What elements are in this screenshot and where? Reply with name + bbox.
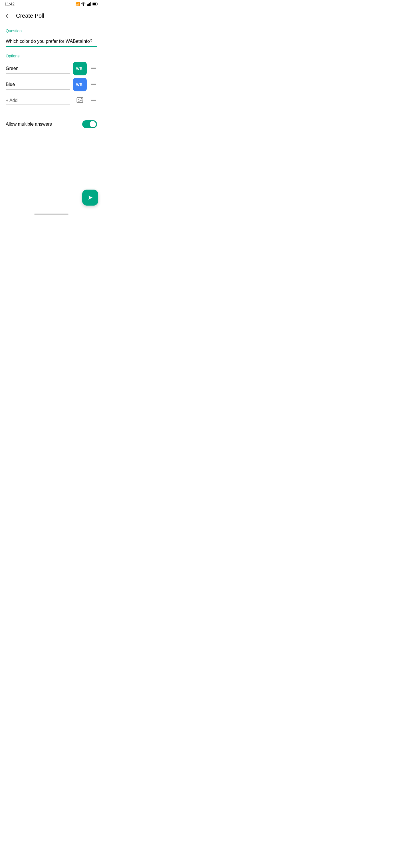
send-icon: ➤ [88, 194, 93, 201]
question-label: Question [6, 29, 97, 33]
handle-line [91, 70, 96, 70]
handle-line [91, 68, 96, 69]
handle-line [91, 67, 96, 67]
divider [6, 112, 97, 112]
option-input-wrapper-green [6, 64, 70, 74]
option-row-blue: WBI [6, 78, 97, 91]
svg-rect-8 [77, 98, 83, 103]
main-content: Question Options WBI WBI [0, 24, 103, 209]
handle-line [91, 100, 96, 101]
question-input[interactable] [6, 36, 97, 47]
question-section: Question [6, 29, 97, 47]
svg-point-9 [78, 99, 80, 100]
battery-icon [92, 2, 98, 6]
drag-handle-add [90, 97, 97, 104]
status-icons: 📶 [75, 2, 98, 6]
app-title: Create Poll [16, 12, 44, 19]
allow-multiple-toggle[interactable] [82, 120, 97, 128]
handle-line [91, 99, 96, 99]
add-photo-button[interactable] [73, 94, 87, 107]
add-option-row[interactable]: + Add [6, 94, 97, 107]
svg-rect-4 [91, 2, 91, 6]
allow-multiple-row[interactable]: Allow multiple answers [6, 117, 97, 132]
allow-multiple-label: Allow multiple answers [6, 122, 52, 127]
wbi-icon-green[interactable]: WBI [73, 62, 87, 75]
toggle-slider [82, 120, 97, 128]
option-input-wrapper-blue [6, 80, 70, 90]
option-input-blue[interactable] [6, 80, 70, 90]
option-input-green[interactable] [6, 64, 70, 74]
handle-line [91, 83, 96, 83]
handle-line [91, 102, 96, 102]
add-option-label: + Add [6, 97, 70, 104]
add-image-icon [76, 96, 84, 104]
status-time: 11:42 [5, 2, 14, 6]
bottom-nav-indicator [34, 214, 68, 215]
options-section: Options WBI WBI [6, 54, 97, 107]
svg-rect-1 [87, 4, 88, 6]
handle-line [91, 86, 96, 86]
options-label: Options [6, 54, 97, 58]
svg-rect-7 [98, 3, 98, 5]
send-button[interactable]: ➤ [82, 190, 98, 206]
drag-handle-green[interactable] [90, 65, 97, 72]
wbi-icon-blue[interactable]: WBI [73, 78, 87, 91]
svg-rect-6 [93, 3, 96, 5]
handle-line [91, 84, 96, 85]
drag-handle-blue[interactable] [90, 81, 97, 88]
option-row-green: WBI [6, 62, 97, 75]
status-bar: 11:42 📶 [0, 0, 103, 8]
back-button[interactable] [5, 12, 11, 20]
app-bar: Create Poll [0, 8, 103, 24]
signal-icon [87, 2, 91, 6]
svg-rect-3 [89, 3, 90, 6]
add-option-input-wrapper: + Add [6, 97, 70, 104]
svg-rect-2 [88, 4, 89, 6]
sim-icon: 📶 [75, 2, 80, 6]
wifi-icon [81, 2, 86, 6]
